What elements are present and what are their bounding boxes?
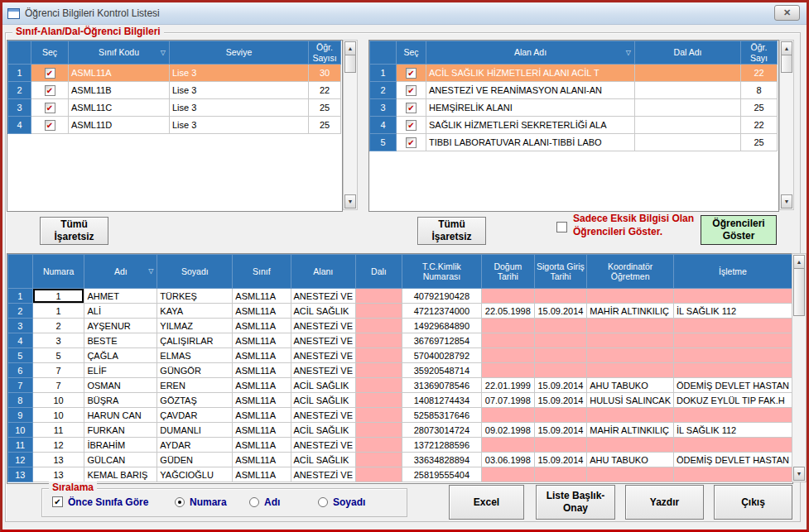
student-count-cell[interactable]: 22 — [309, 82, 341, 99]
dogum-tarihi-cell[interactable] — [482, 348, 535, 363]
alani-cell[interactable]: ANESTEZİ VE — [291, 319, 356, 333]
numara-cell[interactable]: 11 — [32, 423, 84, 438]
koordinator-cell[interactable]: AHU TABUKO — [587, 378, 674, 393]
adi-cell[interactable]: GÜLCAN — [84, 453, 157, 467]
scroll-thumb[interactable] — [781, 55, 792, 73]
adi-cell[interactable]: BESTE — [84, 333, 157, 348]
dogum-tarihi-cell[interactable]: 22.05.1998 — [482, 304, 535, 319]
student-row[interactable]: 55ÇAĞLAELMASASML11AANESTEZİ VE5704002879… — [8, 348, 792, 363]
column-header-t-c-kimlik-numaras-[interactable]: T.C.Kimlik Numarası — [402, 255, 481, 289]
column-header-s-n-f-kodu[interactable]: Sınıf Kodu▽ — [69, 41, 170, 65]
adi-cell[interactable]: AYŞENUR — [84, 319, 157, 333]
clear-all-classes-button[interactable]: Tümü İşaretsiz — [40, 217, 108, 245]
dali-cell[interactable] — [356, 333, 402, 348]
numara-cell[interactable]: 10 — [32, 408, 84, 423]
list-header-approve-button[interactable]: Liste Başlık-Onay — [536, 485, 615, 520]
numara-cell[interactable]: 7 — [32, 363, 84, 378]
alani-cell[interactable]: ANESTEZİ VE — [291, 408, 356, 423]
column-header-alan-[interactable]: Alanı — [291, 255, 356, 289]
alani-cell[interactable]: ANESTEZİ VE — [291, 333, 356, 348]
student-row[interactable]: 910HARUN CANÇAVDARASML11AANESTEZİ VE5258… — [8, 408, 792, 423]
row-number[interactable]: 4 — [8, 117, 31, 134]
column-header-sigorta-giri-tarihi[interactable]: Sigorta Giriş Tarihi — [534, 255, 587, 289]
grid-row[interactable]: 3✔HEMŞİRELİK ALANI25 — [370, 99, 778, 117]
class-code-cell[interactable]: ASML11C — [69, 99, 170, 117]
student-count-cell[interactable]: 22 — [741, 65, 778, 82]
tc-kimlik-cell[interactable]: 40792190428 — [402, 289, 481, 304]
column-header-i-letme[interactable]: İşletme — [674, 255, 792, 289]
soyadi-cell[interactable]: ÇAVDAR — [157, 408, 233, 423]
dali-cell[interactable] — [356, 453, 402, 467]
adi-cell[interactable]: AHMET — [84, 289, 157, 304]
column-header-se-[interactable]: Seç — [31, 41, 69, 65]
grid-row[interactable]: 5✔TIBBI LABORATUVAR ALANI-TIBBİ LABO25 — [370, 134, 778, 151]
row-select-checkbox[interactable]: ✔ — [45, 103, 55, 113]
isletme-cell[interactable] — [674, 348, 792, 363]
row-number[interactable]: 1 — [370, 65, 397, 82]
adi-cell[interactable]: ALİ — [84, 304, 157, 319]
column-header--r-say-[interactable]: Öğr. Sayı — [741, 41, 778, 65]
soyadi-cell[interactable]: AYDAR — [157, 438, 233, 453]
adi-cell[interactable]: ÇAĞLA — [84, 348, 157, 363]
row-number[interactable]: 1 — [8, 65, 31, 82]
row-number[interactable]: 4 — [370, 117, 397, 134]
koordinator-cell[interactable] — [587, 438, 674, 453]
row-number[interactable]: 8 — [8, 393, 33, 408]
numara-cell[interactable]: 2 — [32, 319, 84, 333]
soyadi-cell[interactable]: EREN — [157, 378, 233, 393]
grid-row[interactable]: 1✔ACİL SAĞLIK HİZMETLERİ ALANI ACİL T22 — [370, 65, 778, 82]
tc-kimlik-cell[interactable]: 52585317646 — [402, 408, 481, 423]
sigorta-giris-cell[interactable] — [534, 467, 587, 482]
dali-cell[interactable] — [356, 289, 402, 304]
select-cell[interactable]: ✔ — [397, 134, 426, 151]
exit-button[interactable]: Çıkış — [714, 485, 792, 520]
soyadi-cell[interactable]: GÖZTAŞ — [157, 393, 233, 408]
soyadi-cell[interactable]: DUMANLI — [157, 423, 233, 438]
sigorta-giris-cell[interactable]: 15.09.2014 — [534, 304, 587, 319]
column-header-ad-[interactable]: Adı▽ — [84, 255, 157, 289]
koordinator-cell[interactable]: HULUSİ SALINCAK — [587, 393, 674, 408]
sigorta-giris-cell[interactable]: 15.09.2014 — [534, 453, 587, 467]
dogum-tarihi-cell[interactable]: 03.06.1998 — [482, 453, 535, 467]
field-name-cell[interactable]: ACİL SAĞLIK HİZMETLERİ ALANI ACİL T — [426, 65, 635, 82]
alani-cell[interactable]: ANESTEZİ VE — [291, 363, 356, 378]
student-row[interactable]: 21ALİKAYAASML11AACİL SAĞLIK4721237400022… — [8, 304, 792, 319]
branch-name-cell[interactable] — [635, 134, 741, 151]
dogum-tarihi-cell[interactable] — [482, 289, 535, 304]
numara-cell[interactable]: 13 — [32, 467, 84, 482]
class-code-cell[interactable]: ASML11B — [69, 82, 170, 99]
branch-name-cell[interactable] — [635, 99, 741, 117]
sigorta-giris-cell[interactable] — [534, 348, 587, 363]
sigorta-giris-cell[interactable] — [534, 289, 587, 304]
grid-row[interactable]: 2✔ANESTEZİ VE REANİMASYON ALANI-AN8 — [370, 82, 778, 99]
filter-missing-checkbox[interactable] — [556, 222, 567, 232]
select-cell[interactable]: ✔ — [397, 117, 426, 134]
dali-cell[interactable] — [356, 423, 402, 438]
level-cell[interactable]: Lise 3 — [170, 117, 309, 134]
row-number[interactable]: 4 — [8, 333, 33, 348]
alani-cell[interactable]: ANESTEZİ VE — [291, 467, 356, 482]
tc-kimlik-cell[interactable]: 31369078546 — [402, 378, 481, 393]
koordinator-cell[interactable]: MAHİR ALTINKILIÇ — [587, 423, 674, 438]
level-cell[interactable]: Lise 3 — [170, 65, 309, 82]
student-count-cell[interactable]: 30 — [309, 65, 341, 82]
isletme-cell[interactable]: İL SAĞLIK 112 — [674, 423, 792, 438]
dogum-tarihi-cell[interactable]: 09.02.1998 — [482, 423, 535, 438]
adi-cell[interactable]: FURKAN — [84, 423, 157, 438]
sinif-cell[interactable]: ASML11A — [233, 423, 291, 438]
branch-name-cell[interactable] — [635, 117, 741, 134]
scroll-up-icon[interactable]: ▲ — [344, 41, 356, 55]
row-number[interactable]: 9 — [8, 408, 33, 423]
soyadi-cell[interactable]: YILMAZ — [157, 319, 233, 333]
column-header-koordinat-r-retmen[interactable]: Koordinatör Öğretmen — [587, 255, 674, 289]
isletme-cell[interactable] — [674, 438, 792, 453]
column-header-soyad-[interactable]: Soyadı — [157, 255, 233, 289]
dali-cell[interactable] — [356, 319, 402, 333]
row-select-checkbox[interactable]: ✔ — [406, 137, 417, 148]
sigorta-giris-cell[interactable] — [534, 333, 587, 348]
student-row[interactable]: 77OSMANERENASML11AACİL SAĞLIK31369078546… — [8, 378, 792, 393]
alani-cell[interactable]: ACİL SAĞLIK — [291, 304, 356, 319]
sigorta-giris-cell[interactable]: 15.09.2014 — [534, 423, 587, 438]
clear-all-fields-button[interactable]: Tümü İşaretsiz — [417, 217, 486, 245]
koordinator-cell[interactable] — [587, 289, 674, 304]
